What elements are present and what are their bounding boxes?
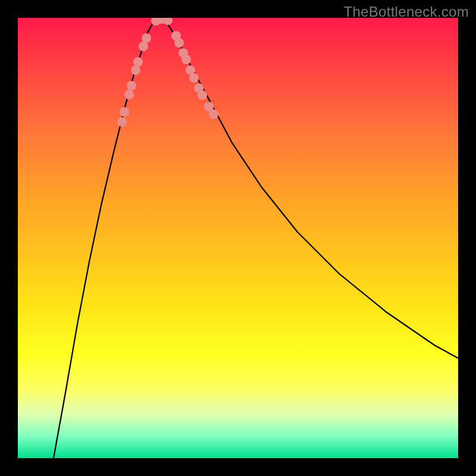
data-dot [124,90,134,99]
data-dot [131,65,140,75]
data-dot [163,18,173,25]
data-dot [120,107,129,117]
dots-bottom-group [151,18,173,26]
data-dot [198,90,207,100]
data-dot [117,117,127,127]
plot-area [18,18,458,458]
data-dot [139,42,148,51]
data-dot [174,38,184,48]
data-dot [181,55,191,64]
data-dot [133,57,143,67]
chart-frame: TheBottleneck.com [0,0,476,476]
data-dot [142,33,151,43]
chart-svg [18,18,458,458]
dots-left-group [117,33,151,127]
data-dot [189,73,199,83]
data-dot [127,81,136,90]
dots-right-group [171,31,218,119]
data-dot [209,109,218,119]
left-curve [54,18,161,458]
right-curve [161,18,458,358]
